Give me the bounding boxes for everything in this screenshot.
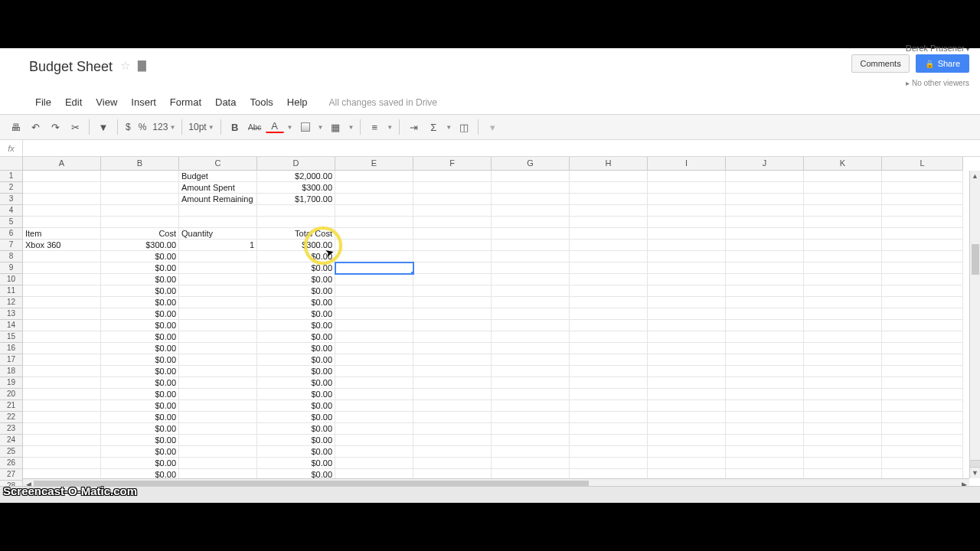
cell-H23[interactable]: [570, 423, 648, 435]
cell-H16[interactable]: [570, 343, 648, 354]
cell-A13[interactable]: [23, 308, 101, 320]
cell-B23[interactable]: $0.00: [101, 423, 179, 435]
cell-K4[interactable]: [804, 205, 882, 217]
cell-I22[interactable]: [648, 412, 726, 423]
cell-L7[interactable]: [882, 240, 963, 251]
scroll-track[interactable]: [970, 181, 980, 460]
fill-color-button[interactable]: [296, 118, 315, 136]
cell-F14[interactable]: [413, 320, 492, 331]
row-header-1[interactable]: 1: [0, 171, 23, 182]
cell-K9[interactable]: [804, 262, 882, 274]
cell-B17[interactable]: $0.00: [101, 354, 179, 366]
cell-B6[interactable]: Cost: [101, 228, 179, 240]
cell-E9[interactable]: [335, 262, 413, 274]
functions-dropdown[interactable]: ▼: [444, 124, 453, 131]
cell-F12[interactable]: [413, 297, 492, 308]
cell-A2[interactable]: [23, 182, 101, 194]
cell-C17[interactable]: [179, 354, 257, 366]
cell-B22[interactable]: $0.00: [101, 412, 179, 423]
cell-D22[interactable]: $0.00: [257, 412, 335, 423]
cell-C12[interactable]: [179, 297, 257, 308]
cell-D13[interactable]: $0.00: [257, 308, 335, 320]
cell-H21[interactable]: [570, 400, 648, 412]
column-header-I[interactable]: I: [648, 157, 726, 171]
cell-G4[interactable]: [492, 205, 570, 217]
cell-L17[interactable]: [882, 354, 963, 366]
row-header-23[interactable]: 23: [0, 423, 23, 435]
cell-L4[interactable]: [882, 205, 963, 217]
row-header-10[interactable]: 10: [0, 274, 23, 285]
cell-D11[interactable]: $0.00: [257, 285, 335, 297]
functions-button[interactable]: Σ: [424, 118, 443, 136]
cell-D8[interactable]: $0.00: [257, 251, 335, 262]
cell-J12[interactable]: [726, 297, 804, 308]
cell-H7[interactable]: [570, 240, 648, 251]
cell-J13[interactable]: [726, 308, 804, 320]
cell-K17[interactable]: [804, 354, 882, 366]
cell-H17[interactable]: [570, 354, 648, 366]
cell-E5[interactable]: [335, 217, 413, 228]
cell-A6[interactable]: Item: [23, 228, 101, 240]
cell-C4[interactable]: [179, 205, 257, 217]
cell-D1[interactable]: $2,000.00: [257, 171, 335, 182]
cell-H4[interactable]: [570, 205, 648, 217]
cell-D18[interactable]: $0.00: [257, 366, 335, 377]
cell-L2[interactable]: [882, 182, 963, 194]
row-header-22[interactable]: 22: [0, 412, 23, 423]
cell-F6[interactable]: [413, 228, 492, 240]
cell-I21[interactable]: [648, 400, 726, 412]
cell-G3[interactable]: [492, 194, 570, 205]
cell-G15[interactable]: [492, 331, 570, 343]
cell-J14[interactable]: [726, 320, 804, 331]
cell-B2[interactable]: [101, 182, 179, 194]
cell-E23[interactable]: [335, 423, 413, 435]
cell-A14[interactable]: [23, 320, 101, 331]
cell-C9[interactable]: [179, 262, 257, 274]
cell-H14[interactable]: [570, 320, 648, 331]
cell-K8[interactable]: [804, 251, 882, 262]
cell-J22[interactable]: [726, 412, 804, 423]
cell-E12[interactable]: [335, 297, 413, 308]
cell-L9[interactable]: [882, 262, 963, 274]
cell-F7[interactable]: [413, 240, 492, 251]
cell-K11[interactable]: [804, 285, 882, 297]
cell-G12[interactable]: [492, 297, 570, 308]
cell-A9[interactable]: [23, 262, 101, 274]
cell-G16[interactable]: [492, 343, 570, 354]
cell-G13[interactable]: [492, 308, 570, 320]
row-header-17[interactable]: 17: [0, 354, 23, 366]
cell-D12[interactable]: $0.00: [257, 297, 335, 308]
cell-L20[interactable]: [882, 389, 963, 400]
cell-E17[interactable]: [335, 354, 413, 366]
viewers-status[interactable]: No other viewers: [906, 79, 969, 87]
cell-A25[interactable]: [23, 446, 101, 458]
cell-K22[interactable]: [804, 412, 882, 423]
paint-format-icon[interactable]: ✂: [66, 118, 84, 136]
menu-format[interactable]: Format: [164, 94, 207, 110]
cell-E26[interactable]: [335, 458, 413, 469]
cell-E22[interactable]: [335, 412, 413, 423]
cell-L13[interactable]: [882, 308, 963, 320]
cell-K23[interactable]: [804, 423, 882, 435]
cell-B5[interactable]: [101, 217, 179, 228]
cell-A21[interactable]: [23, 400, 101, 412]
cell-F4[interactable]: [413, 205, 492, 217]
cell-G9[interactable]: [492, 262, 570, 274]
cell-C18[interactable]: [179, 366, 257, 377]
row-header-16[interactable]: 16: [0, 343, 23, 354]
cell-F20[interactable]: [413, 389, 492, 400]
cell-L8[interactable]: [882, 251, 963, 262]
cell-I2[interactable]: [648, 182, 726, 194]
text-color-dropdown[interactable]: ▼: [286, 124, 295, 131]
cell-F25[interactable]: [413, 446, 492, 458]
cell-J25[interactable]: [726, 446, 804, 458]
cell-F2[interactable]: [413, 182, 492, 194]
row-header-19[interactable]: 19: [0, 377, 23, 389]
cell-G22[interactable]: [492, 412, 570, 423]
cell-L3[interactable]: [882, 194, 963, 205]
cell-A24[interactable]: [23, 435, 101, 446]
cell-I15[interactable]: [648, 331, 726, 343]
cell-B12[interactable]: $0.00: [101, 297, 179, 308]
cell-C19[interactable]: [179, 377, 257, 389]
cell-C21[interactable]: [179, 400, 257, 412]
